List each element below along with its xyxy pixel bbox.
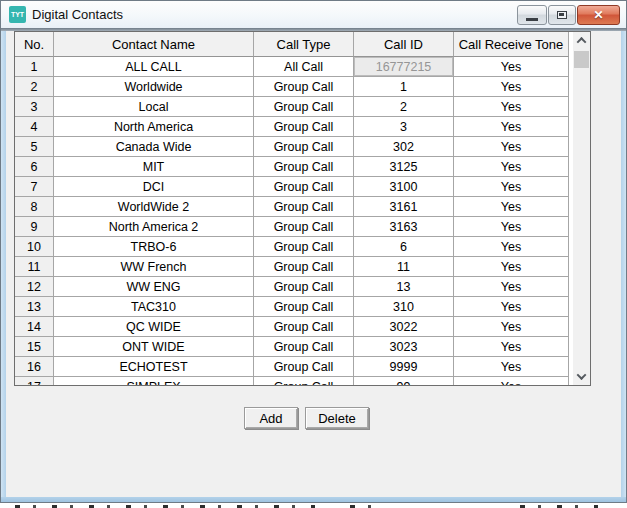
cell-call-receive-tone[interactable]: Yes bbox=[454, 97, 569, 117]
table-row: 5 Canada Wide Group Call 302 Yes bbox=[15, 137, 569, 157]
cell-call-type[interactable]: Group Call bbox=[254, 317, 354, 337]
cell-call-receive-tone[interactable]: Yes bbox=[454, 57, 569, 77]
cell-call-type[interactable]: All Call bbox=[254, 57, 354, 77]
cell-contact-name[interactable]: Local bbox=[54, 97, 254, 117]
cell-row-number[interactable]: 2 bbox=[15, 77, 54, 97]
cell-call-receive-tone[interactable]: Yes bbox=[454, 337, 569, 357]
cell-row-number[interactable]: 4 bbox=[15, 117, 54, 137]
cell-row-number[interactable]: 7 bbox=[15, 177, 54, 197]
cell-call-id[interactable]: 310 bbox=[354, 297, 454, 317]
cell-contact-name[interactable]: MIT bbox=[54, 157, 254, 177]
cell-call-type[interactable]: Group Call bbox=[254, 237, 354, 257]
cell-row-number[interactable]: 13 bbox=[15, 297, 54, 317]
table-row: 2 Worldwide Group Call 1 Yes bbox=[15, 77, 569, 97]
cell-contact-name[interactable]: TRBO-6 bbox=[54, 237, 254, 257]
delete-button[interactable]: Delete bbox=[305, 407, 369, 429]
cell-contact-name[interactable]: SIMPLEX bbox=[54, 377, 254, 385]
cell-call-receive-tone[interactable]: Yes bbox=[454, 357, 569, 377]
cell-call-receive-tone[interactable]: Yes bbox=[454, 317, 569, 337]
cell-call-type[interactable]: Group Call bbox=[254, 297, 354, 317]
scrollbar-thumb[interactable] bbox=[574, 51, 589, 68]
cell-call-receive-tone[interactable]: Yes bbox=[454, 157, 569, 177]
cell-call-id[interactable]: 9999 bbox=[354, 357, 454, 377]
cell-call-type[interactable]: Group Call bbox=[254, 117, 354, 137]
cell-call-receive-tone[interactable]: Yes bbox=[454, 217, 569, 237]
cell-contact-name[interactable]: QC WIDE bbox=[54, 317, 254, 337]
cell-contact-name[interactable]: ECHOTEST bbox=[54, 357, 254, 377]
cell-call-type[interactable]: Group Call bbox=[254, 137, 354, 157]
cell-call-id[interactable]: 3100 bbox=[354, 177, 454, 197]
header-contact-name: Contact Name bbox=[54, 32, 254, 57]
cell-call-type[interactable]: Group Call bbox=[254, 97, 354, 117]
cell-call-type[interactable]: Group Call bbox=[254, 77, 354, 97]
chevron-up-icon bbox=[577, 37, 587, 47]
cell-row-number[interactable]: 5 bbox=[15, 137, 54, 157]
cell-call-id[interactable]: 13 bbox=[354, 277, 454, 297]
cell-call-receive-tone[interactable]: Yes bbox=[454, 257, 569, 277]
cell-call-type[interactable]: Group Call bbox=[254, 157, 354, 177]
cell-contact-name[interactable]: North America 2 bbox=[54, 217, 254, 237]
cell-contact-name[interactable]: ALL CALL bbox=[54, 57, 254, 77]
cell-contact-name[interactable]: North America bbox=[54, 117, 254, 137]
cell-call-id[interactable]: 99 bbox=[354, 377, 454, 385]
cell-call-receive-tone[interactable]: Yes bbox=[454, 77, 569, 97]
cell-call-receive-tone[interactable]: Yes bbox=[454, 297, 569, 317]
cell-call-type[interactable]: Group Call bbox=[254, 357, 354, 377]
cell-call-id[interactable]: 3163 bbox=[354, 217, 454, 237]
cell-call-id[interactable]: 1 bbox=[354, 77, 454, 97]
cell-call-receive-tone[interactable]: Yes bbox=[454, 117, 569, 137]
cell-contact-name[interactable]: TAC310 bbox=[54, 297, 254, 317]
cell-call-receive-tone[interactable]: Yes bbox=[454, 277, 569, 297]
cell-contact-name[interactable]: ONT WIDE bbox=[54, 337, 254, 357]
cell-row-number[interactable]: 14 bbox=[15, 317, 54, 337]
cell-contact-name[interactable]: Canada Wide bbox=[54, 137, 254, 157]
cell-call-type[interactable]: Group Call bbox=[254, 377, 354, 385]
cell-call-type[interactable]: Group Call bbox=[254, 257, 354, 277]
cell-call-id[interactable]: 2 bbox=[354, 97, 454, 117]
cell-row-number[interactable]: 12 bbox=[15, 277, 54, 297]
cell-row-number[interactable]: 9 bbox=[15, 217, 54, 237]
cell-row-number[interactable]: 17 bbox=[15, 377, 54, 385]
cell-call-id[interactable]: 3022 bbox=[354, 317, 454, 337]
cell-contact-name[interactable]: Worldwide bbox=[54, 77, 254, 97]
cell-contact-name[interactable]: WW ENG bbox=[54, 277, 254, 297]
cell-call-id[interactable]: 6 bbox=[354, 237, 454, 257]
cell-call-receive-tone[interactable]: Yes bbox=[454, 377, 569, 385]
cell-call-receive-tone[interactable]: Yes bbox=[454, 137, 569, 157]
header-no: No. bbox=[15, 32, 54, 57]
cell-call-id[interactable]: 302 bbox=[354, 137, 454, 157]
cell-call-type[interactable]: Group Call bbox=[254, 337, 354, 357]
table-row: 4 North America Group Call 3 Yes bbox=[15, 117, 569, 137]
scroll-down-button[interactable] bbox=[573, 368, 590, 385]
cell-call-type[interactable]: Group Call bbox=[254, 177, 354, 197]
cell-row-number[interactable]: 3 bbox=[15, 97, 54, 117]
cell-row-number[interactable]: 10 bbox=[15, 237, 54, 257]
table-row: 13 TAC310 Group Call 310 Yes bbox=[15, 297, 569, 317]
cell-row-number[interactable]: 1 bbox=[15, 57, 54, 77]
cell-call-receive-tone[interactable]: Yes bbox=[454, 237, 569, 257]
cell-call-type[interactable]: Group Call bbox=[254, 197, 354, 217]
cell-row-number[interactable]: 16 bbox=[15, 357, 54, 377]
minimize-button[interactable] bbox=[517, 5, 547, 25]
cell-call-receive-tone[interactable]: Yes bbox=[454, 197, 569, 217]
cell-contact-name[interactable]: DCI bbox=[54, 177, 254, 197]
cell-call-id[interactable]: 11 bbox=[354, 257, 454, 277]
cell-contact-name[interactable]: WorldWide 2 bbox=[54, 197, 254, 217]
vertical-scrollbar[interactable] bbox=[573, 32, 590, 385]
cell-row-number[interactable]: 8 bbox=[15, 197, 54, 217]
maximize-button[interactable] bbox=[548, 5, 576, 25]
cell-call-receive-tone[interactable]: Yes bbox=[454, 177, 569, 197]
cell-call-type[interactable]: Group Call bbox=[254, 277, 354, 297]
cell-row-number[interactable]: 6 bbox=[15, 157, 54, 177]
scroll-up-button[interactable] bbox=[573, 32, 590, 49]
add-button[interactable]: Add bbox=[244, 407, 298, 429]
cell-call-id[interactable]: 3023 bbox=[354, 337, 454, 357]
cell-contact-name[interactable]: WW French bbox=[54, 257, 254, 277]
cell-row-number[interactable]: 11 bbox=[15, 257, 54, 277]
cell-row-number[interactable]: 15 bbox=[15, 337, 54, 357]
cell-call-id[interactable]: 3161 bbox=[354, 197, 454, 217]
cell-call-id[interactable]: 3 bbox=[354, 117, 454, 137]
cell-call-id[interactable]: 3125 bbox=[354, 157, 454, 177]
cell-call-type[interactable]: Group Call bbox=[254, 217, 354, 237]
close-button[interactable]: ✕ bbox=[577, 5, 620, 25]
